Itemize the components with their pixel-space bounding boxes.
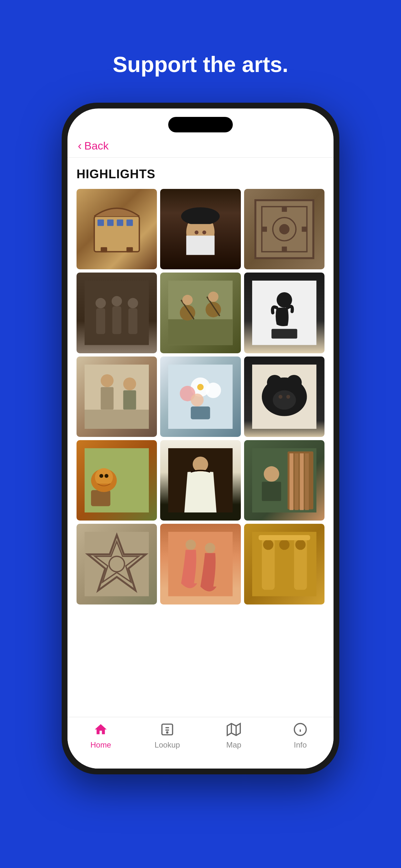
chevron-left-icon: ‹ [78, 139, 82, 153]
svg-rect-72 [305, 454, 309, 510]
svg-point-54 [267, 375, 282, 391]
nav-bar: ‹ Back [67, 134, 334, 158]
svg-point-56 [273, 390, 296, 409]
artwork-reading[interactable] [244, 440, 325, 521]
svg-rect-10 [186, 236, 215, 255]
svg-rect-69 [289, 454, 293, 510]
svg-rect-44 [85, 409, 149, 429]
back-label: Back [84, 140, 109, 152]
svg-point-49 [191, 393, 204, 406]
svg-rect-89 [258, 535, 310, 540]
artwork-dancers[interactable] [160, 524, 241, 604]
svg-point-35 [208, 291, 219, 302]
svg-marker-94 [227, 724, 240, 736]
tab-lookup-label: Lookup [155, 740, 180, 749]
svg-rect-20 [302, 227, 307, 232]
svg-point-8 [181, 207, 220, 225]
svg-rect-6 [127, 247, 133, 252]
artwork-golden[interactable] [244, 524, 325, 604]
artwork-portrait[interactable] [160, 189, 241, 269]
svg-point-93 [166, 732, 168, 733]
artwork-figures[interactable] [76, 273, 157, 353]
svg-point-24 [112, 296, 122, 306]
svg-rect-60 [91, 490, 111, 506]
svg-point-34 [182, 295, 193, 305]
art-grid [76, 189, 325, 611]
svg-rect-23 [96, 308, 105, 334]
dynamic-island [168, 117, 233, 132]
tab-map[interactable]: Map [201, 722, 267, 749]
svg-rect-9 [188, 224, 213, 237]
lookup-icon [160, 722, 174, 739]
page-tagline: Support the arts. [113, 52, 288, 77]
artwork-flowers[interactable] [160, 356, 241, 437]
map-icon [227, 722, 241, 739]
svg-point-66 [193, 457, 208, 472]
svg-point-57 [278, 395, 282, 399]
svg-point-58 [286, 395, 290, 399]
svg-point-48 [206, 382, 221, 398]
svg-rect-5 [101, 247, 107, 252]
svg-rect-19 [262, 227, 267, 232]
tab-map-label: Map [226, 740, 242, 749]
svg-rect-27 [128, 308, 137, 334]
svg-rect-29 [168, 319, 233, 345]
home-icon [94, 722, 108, 739]
svg-rect-43 [123, 390, 136, 409]
tab-home-label: Home [90, 740, 111, 749]
svg-point-40 [101, 374, 114, 387]
svg-rect-3 [117, 220, 123, 226]
svg-point-42 [123, 377, 136, 390]
artwork-women[interactable] [76, 356, 157, 437]
svg-rect-50 [191, 406, 210, 419]
svg-rect-71 [300, 454, 304, 510]
artwork-star[interactable] [76, 524, 157, 604]
svg-point-55 [286, 375, 302, 391]
svg-rect-4 [127, 220, 133, 226]
svg-point-63 [99, 474, 103, 478]
svg-point-12 [203, 230, 206, 235]
artwork-battle[interactable] [160, 273, 241, 353]
section-title: HIGHLIGHTS [76, 167, 325, 181]
svg-point-51 [197, 383, 204, 390]
info-icon [293, 722, 307, 739]
tab-info[interactable]: Info [267, 722, 334, 749]
svg-rect-25 [112, 306, 121, 334]
svg-point-16 [279, 224, 289, 235]
main-content: HIGHLIGHTS [67, 158, 334, 717]
svg-rect-2 [107, 220, 114, 226]
svg-point-11 [195, 230, 198, 235]
tab-bar: Home Lookup [67, 717, 334, 769]
svg-point-80 [186, 539, 196, 550]
svg-point-22 [96, 298, 106, 308]
tab-lookup[interactable]: Lookup [134, 722, 201, 749]
artwork-carpet[interactable] [244, 189, 325, 269]
phone-shell: ‹ Back HIGHLIGHTS [62, 103, 339, 774]
svg-point-88 [295, 539, 305, 550]
back-button[interactable]: ‹ Back [78, 139, 109, 153]
svg-point-87 [279, 539, 289, 550]
phone-screen: ‹ Back HIGHLIGHTS [67, 108, 334, 769]
svg-point-81 [205, 543, 215, 553]
svg-point-64 [104, 474, 109, 478]
svg-rect-74 [262, 482, 281, 501]
svg-point-26 [128, 298, 138, 308]
artwork-casket[interactable] [76, 189, 157, 269]
tab-home[interactable]: Home [67, 722, 134, 749]
svg-rect-18 [281, 247, 287, 252]
tab-info-label: Info [294, 740, 307, 749]
artwork-bear[interactable] [244, 356, 325, 437]
svg-rect-17 [281, 207, 287, 212]
svg-rect-1 [97, 220, 104, 226]
artwork-thinker[interactable] [244, 273, 325, 353]
svg-rect-70 [295, 454, 298, 510]
svg-rect-41 [101, 387, 114, 409]
artwork-lion[interactable] [76, 440, 157, 521]
svg-point-73 [264, 466, 279, 482]
svg-point-86 [263, 539, 274, 550]
svg-rect-37 [271, 329, 297, 339]
artwork-lady[interactable] [160, 440, 241, 521]
